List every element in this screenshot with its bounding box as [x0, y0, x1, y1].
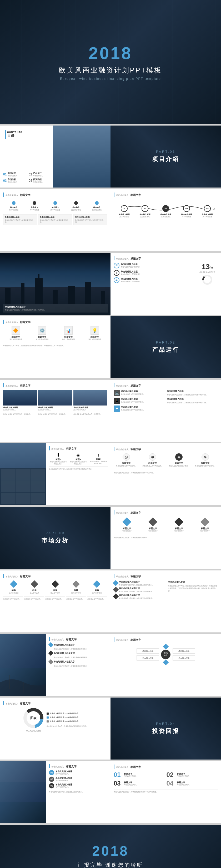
icon-grid-slide-1: 单击此处输入 标题文字 🔶 标题文字 输入文字内容说明 ⚙️ 标题文字 输入文字… [0, 316, 111, 378]
part04-divider: PART.04 投资回报 [111, 698, 221, 760]
part02-title: 产品运行 [152, 346, 179, 354]
part04-title: 投资回报 [152, 727, 179, 735]
donut-chart-slide: 单击此处输入 标题文字 图表 单击此处输入说明 单击输入标题文字 — 描述说明内… [0, 698, 111, 760]
part03-title: 市场分析 [42, 536, 69, 545]
contents-cn-label: 目录 [7, 133, 51, 138]
part03-num: PART.03 [42, 531, 69, 535]
photo-diamond-slide: 单击此处输入 标题文字 单击此处输入标题文字 单击此处输入文字内容，方便您更好的… [0, 634, 111, 696]
contents-item-04: 04 投资回报 单击此处输入 [29, 178, 53, 183]
wave-timeline-slide: 单击此处输入 标题文字 01 单击输入标题 文字内容描述 02 [111, 189, 221, 251]
diamond-row-slide: 单击此处输入 标题文字 标题 输入文字说明 标题 输入文字说明 标题 输入文字说… [0, 570, 111, 632]
part02-divider: PART.02 产品运行 [111, 316, 221, 378]
part01-divider: PART.01 项目介绍 [111, 126, 221, 188]
contents-item-03: 03 市场分析 单击此处输入 [3, 178, 28, 183]
contents-item-02: 02 产品运行 单击此处输入 [29, 172, 53, 177]
final-slide: 2018 汇报完毕 谢谢您的聆听 [0, 825, 221, 868]
four-icons-slide: 单击此处输入 标题文字 ◎ 标题文字 单击此处输入文字内容说明。 ⊕ 标题文字 … [111, 443, 221, 505]
part01-num: PART.01 [152, 150, 179, 154]
contents-slide: CONTENTS 目录 01 项目介绍 单击此处输入 02 产品运行 单击此处输… [0, 126, 111, 188]
stats-icons-slide: 单击此处输入 标题文字 ☰ 单击此处输入标题 单击此处输入文字说明内容 ◈ 单击… [111, 253, 221, 315]
part01-title: 项目介绍 [152, 155, 179, 163]
cover-sub-title: European wind business financing plan PP… [60, 77, 161, 81]
building-features-slide: 单击此处输入 标题文字 ⬇ 标题A 单击此处输入文字内容说明内容展示。 ◈ 标题… [0, 443, 111, 505]
cover-main-title: 欧美风商业融资计划PPT模板 [59, 66, 162, 75]
diamond-text-slide: 单击此处输入 标题文字 单击此处输入标题文字 单击此处输入文字内容，方便您更好的… [111, 570, 221, 632]
night-city-slide: 单击此处输入标题文字 单击此处输入文字内容，方便您更好的说明展示相关内容。 [0, 253, 111, 315]
photo-numbered-slide: 单击此处输入 标题文字 01 单击此处输入标题 文字内容说明输入。 02 [0, 761, 111, 823]
contents-item-01: 01 项目介绍 单击此处输入 [3, 172, 28, 177]
connect-node-slide: 单击此处输入 标题文字 单击输入标题 单击输入标题 单击输入 单击输入标题 单击… [111, 634, 221, 696]
numbered-stats-slide: 单击此处输入 标题文字 01 标题文字 内容说明文字输入 02 标题文字 内容说… [111, 761, 221, 823]
photo-grid-slide: 单击此处输入 标题文字 单击此处输入标题 文字内容说明输入 单击此处输入标题 文… [0, 380, 111, 442]
part04-num: PART.04 [152, 722, 179, 726]
cover-year: 2018 [89, 43, 132, 63]
part02-num: PART.02 [152, 341, 179, 344]
two-col-icons-slide: 单击此处输入 标题文字 💻 单击此处输入标题 单击此处输入文字内容说明展示。 📱… [111, 380, 221, 442]
final-year: 2018 [78, 843, 143, 859]
diamond-grid-slide-1: 单击此处输入 标题文字 标题文字 内容说明文字 标题文字 内容说明文字 标题文字… [111, 507, 221, 569]
svg-text:图表: 图表 [30, 716, 37, 720]
part03-divider: PART.03 市场分析 [0, 507, 111, 569]
timeline-slide-1: 单击此处输入 标题文字 单击输入 文字内容描述 单击输入 文字内容描述 [0, 189, 111, 251]
contents-label: CONTENTS [7, 131, 51, 133]
final-text: 汇报完毕 谢谢您的聆听 [78, 862, 143, 868]
cover-slide: 2018 欧美风商业融资计划PPT模板 European wind busine… [0, 0, 221, 124]
